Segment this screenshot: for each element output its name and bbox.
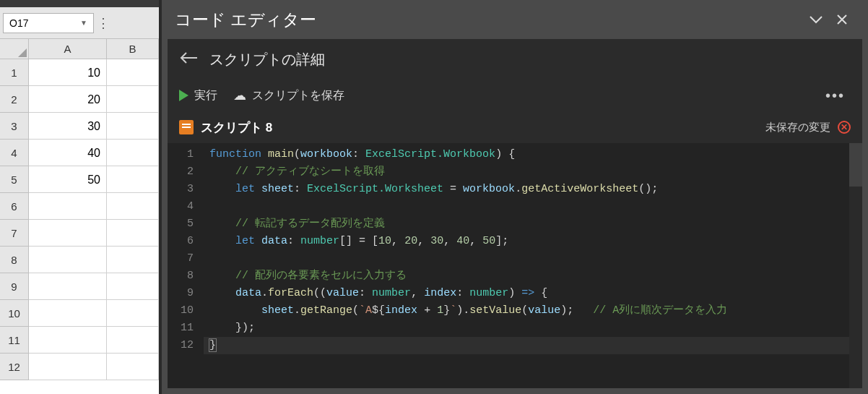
cell[interactable] xyxy=(107,86,159,113)
editor-title: コード エディター xyxy=(175,9,316,31)
minimap-thumb[interactable] xyxy=(849,143,862,187)
cell[interactable] xyxy=(29,247,107,273)
run-button[interactable]: 実行 xyxy=(179,88,217,103)
grid[interactable]: A B 1102203304405506789101112 xyxy=(0,39,159,394)
cell[interactable] xyxy=(29,193,107,220)
code-line[interactable]: // アクティブなシートを取得 xyxy=(204,163,849,181)
close-icon[interactable] xyxy=(829,7,855,33)
save-script-button[interactable]: ☁ スクリプトを保存 xyxy=(233,87,344,103)
cell[interactable] xyxy=(107,220,159,247)
unsaved-warning-icon: ✕ xyxy=(838,121,851,134)
grid-row: 220 xyxy=(0,86,159,113)
breadcrumb-row: スクリプトの詳細 xyxy=(168,39,862,80)
action-row: 実行 ☁ スクリプトを保存 ••• xyxy=(168,80,862,111)
code-line[interactable] xyxy=(204,198,849,215)
cell[interactable] xyxy=(107,140,159,166)
play-icon xyxy=(179,90,188,101)
cell[interactable]: 40 xyxy=(29,140,107,166)
cell[interactable] xyxy=(29,220,107,247)
row-header[interactable]: 7 xyxy=(0,220,29,247)
grid-row: 6 xyxy=(0,193,159,220)
grid-row: 11 xyxy=(0,327,159,354)
row-header[interactable]: 4 xyxy=(0,140,29,166)
more-vertical-icon[interactable]: ⋮ xyxy=(97,15,109,31)
cell[interactable] xyxy=(107,193,159,220)
cell[interactable] xyxy=(107,166,159,193)
unsaved-label: 未保存の変更 xyxy=(765,121,830,134)
row-header[interactable]: 11 xyxy=(0,327,29,354)
editor-title-bar: コード エディター xyxy=(162,0,868,39)
minimap[interactable] xyxy=(849,143,862,388)
spreadsheet-panel: O17 ▼ ⋮ A B 1102203304405506789101112 xyxy=(0,0,159,394)
back-arrow-icon[interactable] xyxy=(179,50,198,69)
cloud-icon: ☁ xyxy=(233,87,246,103)
code-line[interactable]: } xyxy=(204,337,849,354)
cell[interactable] xyxy=(107,354,159,380)
row-header[interactable]: 2 xyxy=(0,86,29,113)
cell[interactable] xyxy=(29,300,107,327)
code-line[interactable]: // 転記するデータ配列を定義 xyxy=(204,215,849,233)
grid-row: 9 xyxy=(0,273,159,300)
cell[interactable]: 20 xyxy=(29,86,107,113)
code-line[interactable]: data.forEach((value: number, index: numb… xyxy=(204,285,849,302)
row-header[interactable]: 8 xyxy=(0,247,29,273)
name-box-value: O17 xyxy=(9,17,28,29)
script-name-row: スクリプト 8 未保存の変更 ✕ xyxy=(168,111,862,143)
grid-row: 110 xyxy=(0,59,159,86)
cell[interactable] xyxy=(29,273,107,300)
script-name: スクリプト 8 xyxy=(201,119,272,136)
more-horizontal-icon[interactable]: ••• xyxy=(820,87,851,104)
name-box[interactable]: O17 ▼ xyxy=(3,13,94,33)
row-header[interactable]: 10 xyxy=(0,300,29,327)
row-header[interactable]: 9 xyxy=(0,273,29,300)
select-all-corner[interactable] xyxy=(0,39,29,59)
cell[interactable] xyxy=(107,59,159,86)
code-editor-panel: コード エディター スクリプトの詳細 実行 ☁ スクリプトを保存 ••• xyxy=(159,0,868,394)
grid-row: 7 xyxy=(0,220,159,247)
code-line[interactable]: sheet.getRange(`A${index + 1}`).setValue… xyxy=(204,302,849,320)
cell[interactable] xyxy=(29,354,107,380)
grid-row: 440 xyxy=(0,140,159,166)
script-file-icon xyxy=(179,120,194,134)
grid-row: 550 xyxy=(0,166,159,193)
editor-body: スクリプトの詳細 実行 ☁ スクリプトを保存 ••• スクリプト 8 未保存の変… xyxy=(168,39,862,388)
cell[interactable]: 50 xyxy=(29,166,107,193)
cell[interactable] xyxy=(29,327,107,354)
cell[interactable] xyxy=(107,273,159,300)
cell[interactable] xyxy=(107,113,159,140)
line-gutter: 123456789101112 xyxy=(168,143,204,388)
grid-row: 8 xyxy=(0,247,159,273)
row-header[interactable]: 3 xyxy=(0,113,29,140)
name-box-row: O17 ▼ ⋮ xyxy=(0,7,159,39)
code-line[interactable]: // 配列の各要素をセルに入力する xyxy=(204,267,849,285)
row-header[interactable]: 6 xyxy=(0,193,29,220)
cell[interactable] xyxy=(107,327,159,354)
run-label: 実行 xyxy=(194,88,217,103)
code-area[interactable]: 123456789101112 function main(workbook: … xyxy=(168,143,862,388)
code-line[interactable] xyxy=(204,250,849,267)
grid-row: 10 xyxy=(0,300,159,327)
row-header[interactable]: 1 xyxy=(0,59,29,86)
breadcrumb-text: スクリプトの詳細 xyxy=(209,50,325,69)
cell[interactable] xyxy=(107,300,159,327)
code-lines[interactable]: function main(workbook: ExcelScript.Work… xyxy=(204,143,849,388)
cell[interactable]: 30 xyxy=(29,113,107,140)
code-line[interactable]: let data: number[] = [10, 20, 30, 40, 50… xyxy=(204,233,849,250)
cell[interactable]: 10 xyxy=(29,59,107,86)
save-label: スクリプトを保存 xyxy=(252,88,344,103)
row-header[interactable]: 12 xyxy=(0,354,29,380)
ribbon-gap xyxy=(0,0,159,7)
code-line[interactable]: let sheet: ExcelScript.Worksheet = workb… xyxy=(204,181,849,198)
row-header[interactable]: 5 xyxy=(0,166,29,193)
cell[interactable] xyxy=(107,247,159,273)
col-header-b[interactable]: B xyxy=(107,39,159,59)
code-line[interactable]: }); xyxy=(204,320,849,337)
code-line[interactable]: function main(workbook: ExcelScript.Work… xyxy=(204,146,849,163)
collapse-icon[interactable] xyxy=(803,7,829,33)
grid-row: 12 xyxy=(0,354,159,380)
grid-row: 330 xyxy=(0,113,159,140)
chevron-down-icon[interactable]: ▼ xyxy=(80,19,87,27)
col-header-a[interactable]: A xyxy=(29,39,107,59)
